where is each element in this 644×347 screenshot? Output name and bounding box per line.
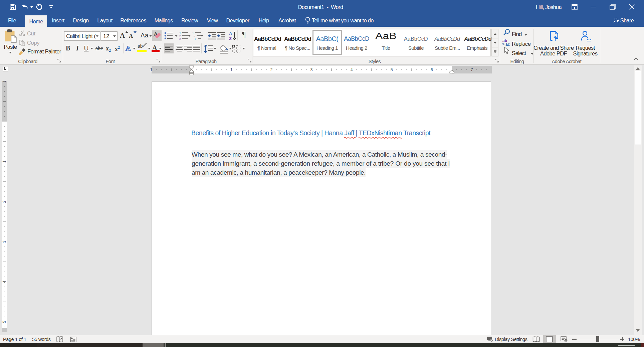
svg-text:A: A <box>229 31 232 36</box>
svg-text:4: 4 <box>2 281 7 283</box>
svg-text:2: 2 <box>270 67 273 72</box>
svg-text:3: 3 <box>310 67 313 72</box>
svg-text:1: 1 <box>2 160 7 163</box>
svg-text:4: 4 <box>351 67 353 72</box>
svg-text:Z: Z <box>229 36 232 40</box>
svg-text:1: 1 <box>150 67 153 72</box>
svg-text:2: 2 <box>2 200 7 203</box>
svg-text:a: a <box>194 35 195 38</box>
svg-text:1: 1 <box>192 32 194 35</box>
svg-text:i: i <box>195 38 196 40</box>
svg-text:3: 3 <box>2 240 7 243</box>
svg-text:7: 7 <box>471 67 473 72</box>
svg-text:1: 1 <box>230 67 233 72</box>
svg-text:3: 3 <box>179 37 181 40</box>
svg-text:1: 1 <box>2 81 7 82</box>
svg-text:6: 6 <box>431 67 433 72</box>
svg-text:ac: ac <box>505 42 510 46</box>
svg-text:5: 5 <box>2 321 7 323</box>
svg-text:5: 5 <box>391 67 393 72</box>
